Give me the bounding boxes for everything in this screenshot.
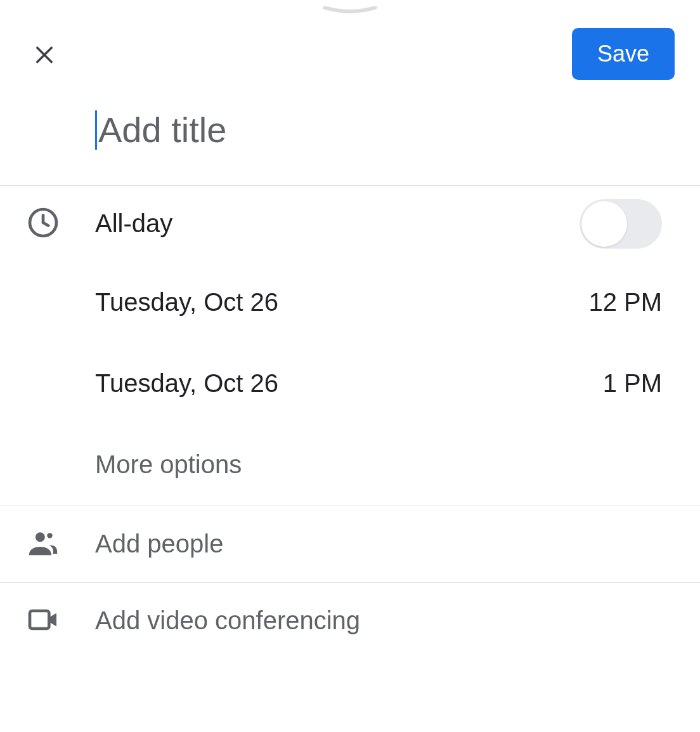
svg-point-2: [47, 533, 52, 538]
clock-icon: [25, 205, 61, 243]
video-icon: [25, 602, 61, 640]
start-date[interactable]: Tuesday, Oct 26: [95, 288, 588, 317]
save-button[interactable]: Save: [572, 28, 675, 80]
more-options-link[interactable]: More options: [95, 450, 242, 479]
sheet-drag-handle[interactable]: [321, 6, 379, 15]
start-datetime-row: Tuesday, Oct 26 12 PM: [0, 262, 700, 343]
time-section: All-day Tuesday, Oct 26 12 PM Tuesday, O…: [0, 186, 700, 506]
svg-point-1: [36, 532, 45, 542]
svg-rect-3: [30, 611, 49, 629]
end-datetime-row: Tuesday, Oct 26 1 PM: [0, 343, 700, 424]
header-bar: Save: [0, 15, 700, 85]
start-time[interactable]: 12 PM: [588, 288, 662, 317]
add-video-row[interactable]: Add video conferencing: [0, 583, 700, 659]
title-section: [0, 85, 700, 186]
close-icon: [31, 40, 58, 69]
people-icon: [25, 525, 61, 563]
all-day-toggle[interactable]: [580, 199, 662, 249]
video-section: Add video conferencing: [0, 583, 700, 659]
end-time[interactable]: 1 PM: [603, 369, 662, 398]
event-title-input[interactable]: [95, 110, 640, 150]
add-people-label: Add people: [95, 530, 223, 558]
toggle-knob: [581, 201, 627, 247]
all-day-label: All-day: [95, 209, 172, 238]
people-section: Add people: [0, 506, 700, 583]
close-button[interactable]: [25, 35, 63, 73]
end-date[interactable]: Tuesday, Oct 26: [95, 369, 603, 398]
add-video-label: Add video conferencing: [95, 606, 360, 635]
add-people-row[interactable]: Add people: [0, 506, 700, 582]
